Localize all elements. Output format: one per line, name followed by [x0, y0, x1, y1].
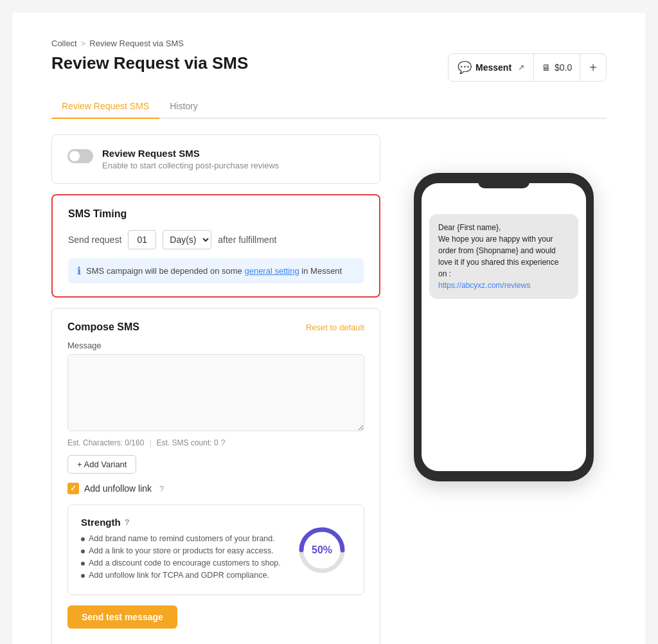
sms-text: Dear {First name}, We hope you are happy… — [438, 223, 558, 278]
general-setting-link[interactable]: general setting — [244, 266, 299, 276]
send-after-label: after fulfillment — [218, 235, 276, 245]
strength-percent-label: 50% — [312, 544, 332, 556]
page-wrapper: Collect > Review Request via SMS Review … — [13, 13, 645, 644]
char-count: Est. Characters: 0/160 | Est. SMS count:… — [67, 438, 364, 447]
sms-bubble: Dear {First name}, We hope you are happy… — [429, 214, 578, 299]
right-content: Dear {First name}, We hope you are happy… — [401, 134, 607, 481]
strength-card: Strength ? Add brand name to remind cust… — [67, 505, 364, 595]
phone-notch — [478, 179, 529, 188]
send-row: Send request Day(s) after fulfillment — [68, 230, 364, 249]
toggle-desc: Enable to start collecting post-purchase… — [102, 161, 279, 170]
send-request-label: Send request — [68, 235, 121, 245]
strength-title: Strength ? — [81, 517, 293, 528]
strength-help-icon[interactable]: ? — [125, 517, 130, 527]
tab-review-request-sms[interactable]: Review Request SMS — [51, 94, 159, 119]
reset-to-default-link[interactable]: Reset to default — [306, 323, 364, 332]
left-content: Review Request SMS Enable to start colle… — [51, 134, 380, 644]
strength-item: Add unfollow link for TCPA and GDPR comp… — [81, 571, 293, 580]
messent-add-button[interactable]: + — [580, 54, 606, 81]
bullet-icon — [81, 550, 85, 553]
compose-header: Compose SMS Reset to default — [67, 321, 364, 333]
sms-link[interactable]: https://abcyxz.com/reviews — [438, 281, 530, 290]
sms-timing-title: SMS Timing — [68, 208, 364, 220]
sms-count-help-icon[interactable]: ? — [221, 438, 226, 447]
tab-history[interactable]: History — [159, 94, 208, 119]
messent-emoji-icon: 💬 — [458, 60, 472, 75]
message-textarea[interactable] — [67, 354, 364, 431]
strength-item: Add brand name to remind customers of yo… — [81, 534, 293, 543]
toggle-row: Review Request SMS Enable to start colle… — [67, 148, 364, 170]
bullet-icon — [81, 537, 85, 541]
unfollow-row: ✓ Add unfollow link ? — [67, 483, 364, 494]
add-variant-button[interactable]: + Add Variant — [67, 455, 136, 474]
sms-timing-card: SMS Timing Send request Day(s) after ful… — [51, 194, 380, 298]
breadcrumb-current: Review Request via SMS — [89, 39, 184, 48]
bullet-icon — [81, 562, 85, 566]
balance-screen-icon: 🖥 — [542, 62, 551, 73]
top-area: Review Request via SMS 💬 Messent ↗ 🖥 $0.… — [51, 53, 607, 94]
toggle-text: Review Request SMS Enable to start colle… — [102, 148, 279, 170]
strength-circle: 50% — [296, 524, 348, 576]
external-link-icon[interactable]: ↗ — [518, 63, 524, 72]
tabs: Review Request SMS History — [51, 94, 607, 119]
info-box: ℹ SMS campaign will be depended on some … — [68, 258, 364, 283]
unfollow-help-icon[interactable]: ? — [159, 484, 164, 494]
page-title: Review Request via SMS — [51, 53, 248, 73]
messent-widget: 💬 Messent ↗ 🖥 $0.0 + — [448, 53, 607, 82]
messent-name: Messent — [476, 62, 511, 73]
breadcrumb: Collect > Review Request via SMS — [51, 39, 607, 48]
toggle-label: Review Request SMS — [102, 148, 279, 159]
toggle-card: Review Request SMS Enable to start colle… — [51, 134, 380, 184]
compose-title: Compose SMS — [67, 321, 139, 333]
balance-amount: $0.0 — [555, 62, 572, 73]
messent-balance: 🖥 $0.0 — [534, 54, 580, 81]
strength-item: Add a discount code to encourage custome… — [81, 559, 293, 568]
messent-brand[interactable]: 💬 Messent ↗ — [449, 54, 534, 81]
strength-item: Add a link to your store or products for… — [81, 546, 293, 555]
toggle-thumb — [69, 151, 80, 161]
send-test-message-button[interactable]: Send test message — [67, 605, 177, 629]
checkmark-icon: ✓ — [70, 484, 76, 493]
phone-screen: Dear {First name}, We hope you are happy… — [422, 183, 586, 471]
compose-sms-card: Compose SMS Reset to default Message Est… — [51, 308, 380, 644]
bullet-icon — [81, 574, 85, 578]
review-sms-toggle[interactable] — [67, 149, 93, 163]
strength-items: Add brand name to remind customers of yo… — [81, 534, 293, 580]
unfollow-checkbox[interactable]: ✓ — [67, 483, 79, 494]
info-text-after: in Messent — [301, 266, 342, 276]
strength-left: Strength ? Add brand name to remind cust… — [81, 517, 293, 583]
message-label: Message — [67, 341, 364, 350]
info-text: SMS campaign will be depended on some ge… — [86, 266, 342, 276]
send-day-unit-select[interactable]: Day(s) — [163, 230, 211, 249]
layout-main: Review Request SMS Enable to start colle… — [51, 134, 607, 644]
phone-mockup: Dear {First name}, We hope you are happy… — [414, 173, 594, 481]
info-icon: ℹ — [77, 265, 81, 277]
send-day-input[interactable] — [128, 230, 156, 249]
unfollow-label: Add unfollow link — [84, 483, 152, 494]
breadcrumb-collect[interactable]: Collect — [51, 39, 77, 48]
breadcrumb-sep: > — [81, 39, 86, 48]
strength-right: 50% — [293, 524, 351, 576]
